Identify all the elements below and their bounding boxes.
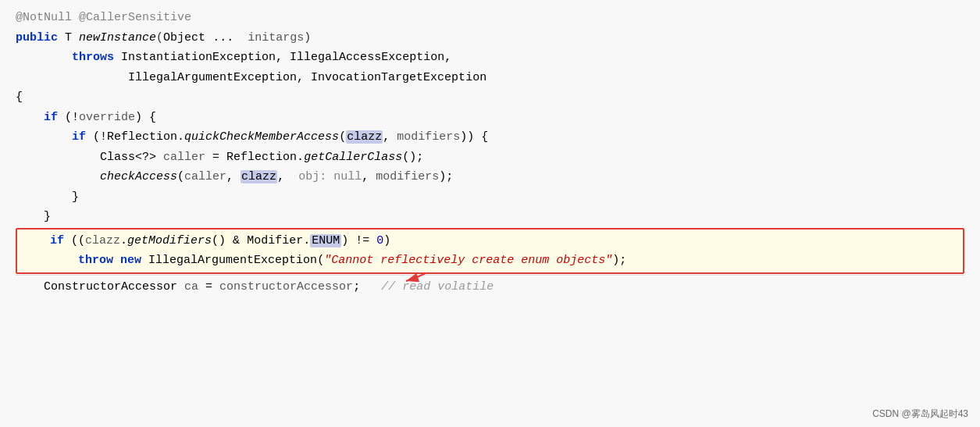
line-if-override: if (!override) {	[16, 108, 964, 128]
annotation-caller-sensitive: @CallerSensitive	[79, 11, 191, 24]
line-open-brace: {	[16, 87, 964, 108]
highlighted-if-block: if ((clazz.getModifiers() & Modifier.ENU…	[16, 228, 964, 274]
line-annotations: @NotNull @CallerSensitive	[16, 8, 964, 28]
annotation-notnull: @NotNull	[16, 11, 72, 24]
line-close-outer: }	[16, 207, 964, 227]
line-caller: Class<?> caller = Reflection.getCallerCl…	[16, 148, 964, 168]
method-newInstance: newInstance	[79, 31, 156, 44]
kw-throws: throws	[72, 51, 114, 64]
line-constructor-accessor: ConstructorAccessor ca = constructorAcce…	[16, 275, 964, 297]
line-check-access: checkAccess(caller, clazz, obj: null, mo…	[16, 167, 964, 187]
watermark: CSDN @雾岛风起时43	[872, 407, 968, 421]
type-T: T	[65, 31, 72, 44]
line-close-inner: }	[16, 187, 964, 208]
line-method-sig: public T newInstance(Object ... initargs…	[16, 28, 964, 48]
line-throw: throw new IllegalArgumentException("Cann…	[22, 251, 958, 271]
line-throws: throws InstantiationException, IllegalAc…	[16, 48, 964, 68]
line-exceptions: IllegalArgumentException, InvocationTarg…	[16, 68, 964, 88]
kw-public: public	[16, 31, 58, 44]
line-if-reflection: if (!Reflection.quickCheckMemberAccess(c…	[16, 127, 964, 148]
line-if-modifier: if ((clazz.getModifiers() & Modifier.ENU…	[22, 231, 958, 251]
code-container: @NotNull @CallerSensitive public T newIn…	[0, 0, 980, 427]
